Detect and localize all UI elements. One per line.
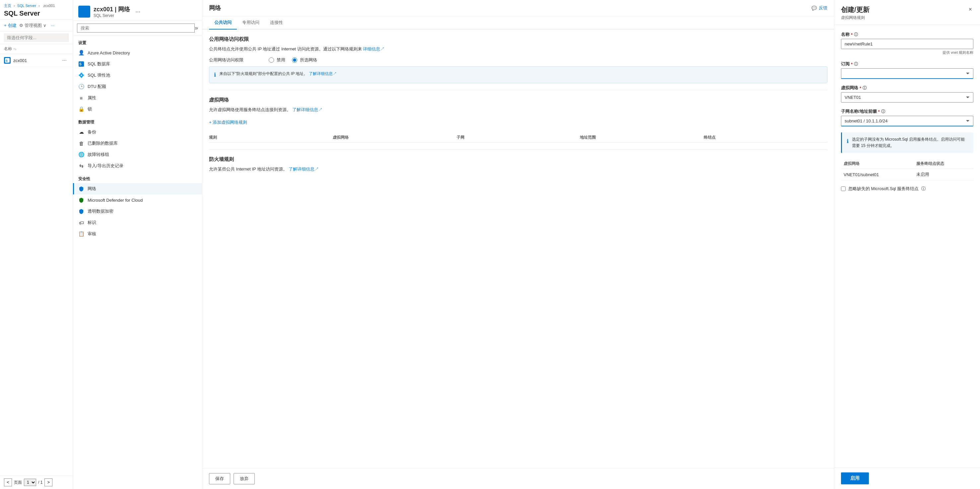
- plus-icon: +: [4, 23, 6, 28]
- next-page-button[interactable]: >: [45, 478, 52, 486]
- sql-db-icon: S: [78, 61, 84, 67]
- firewall-desc: 允许某些公共 Internet IP 地址访问资源。 了解详细信息↗: [209, 166, 827, 172]
- vnet-link[interactable]: 了解详细信息↗: [292, 107, 323, 112]
- form-vnet-group: 虚拟网络 * ⓘ VNET01: [841, 85, 974, 102]
- security-section-title: 安全性: [73, 172, 202, 183]
- public-access-title: 公用网络访问权限: [209, 36, 827, 43]
- nav-item-sql-elastic[interactable]: 💠 SQL 弹性池: [73, 70, 202, 81]
- radio-selected-input[interactable]: [292, 57, 297, 63]
- sql-elastic-icon: 💠: [78, 72, 84, 78]
- main-tabs: 公共访问 专用访问 连接性: [202, 16, 834, 30]
- vnet-status-table: 虚拟网络 服务终结点状态 VNET01/subnet01 未启用: [841, 159, 974, 180]
- nav-item-tde[interactable]: 透明数据加密: [73, 206, 202, 217]
- radio-disabled-input[interactable]: [269, 57, 274, 63]
- info-detail-link[interactable]: 了解详细信息↗: [309, 71, 337, 76]
- middle-search-bar: »: [73, 21, 202, 35]
- left-toolbar: + 创建 ⚙ 管理视图 ∨ ···: [0, 19, 73, 32]
- discard-button[interactable]: 放弃: [234, 473, 255, 484]
- network-panel-icon: [78, 6, 90, 18]
- name-input[interactable]: [841, 39, 974, 49]
- page-label: 页面: [14, 480, 22, 485]
- subscription-select[interactable]: [841, 68, 974, 79]
- feedback-button[interactable]: 💬 反馈: [811, 5, 827, 11]
- nav-label-sql-elastic: SQL 弹性池: [88, 72, 110, 78]
- vnet-info-icon: ⓘ: [862, 85, 867, 91]
- page-select[interactable]: 1: [24, 479, 36, 486]
- radio-disabled[interactable]: 禁用: [269, 57, 285, 63]
- close-button[interactable]: ×: [967, 5, 974, 14]
- subnet-select[interactable]: subnet01 / 10.1.1.0/24: [841, 116, 974, 126]
- public-access-info-box: ℹ 来自以下"防火墙规则"部分中配置的公共 IP 地址。 了解详细信息↗: [209, 66, 827, 83]
- access-label: 公用网络访问权限: [209, 57, 269, 63]
- manage-view-button[interactable]: ⚙ 管理视图 ∨: [19, 22, 46, 29]
- main-content: 网络 💬 反馈 公共访问 专用访问 连接性 公用网络访问权限 公共终结点允许使用…: [202, 0, 834, 489]
- section-divider-2: [209, 149, 827, 150]
- form-subnet-label: 子网名称/地址前缀 * ⓘ: [841, 108, 974, 115]
- nav-item-tag[interactable]: 🏷 标识: [73, 217, 202, 228]
- nav-label-backup: 备份: [88, 129, 96, 135]
- tab-connectivity[interactable]: 连接性: [265, 16, 288, 30]
- tab-public-access[interactable]: 公共访问: [209, 16, 237, 30]
- subscription-info-icon: ⓘ: [854, 61, 858, 67]
- middle-search-input[interactable]: [77, 24, 195, 32]
- resource-icon: S: [4, 57, 11, 64]
- vnet-col-header: 虚拟网络: [841, 159, 914, 169]
- name-required-indicator: *: [851, 32, 853, 37]
- breadcrumb-sql[interactable]: SQL Server: [17, 4, 36, 8]
- nav-label-defender: Microsoft Defender for Cloud: [88, 198, 143, 203]
- nav-item-props[interactable]: ≡ 属性: [73, 92, 202, 104]
- radio-selected[interactable]: 所选网络: [292, 57, 317, 63]
- firewall-link[interactable]: 了解详细信息↗: [289, 167, 319, 172]
- public-access-detail-link[interactable]: 详细信息↗: [363, 46, 385, 51]
- add-vnet-rule-button[interactable]: + 添加虚拟网络规则: [209, 118, 247, 127]
- nav-item-import-export[interactable]: ⇆ 导入/导出历史记录: [73, 160, 202, 172]
- defender-icon: [78, 197, 84, 203]
- nav-item-network[interactable]: 网络: [73, 183, 202, 194]
- import-export-icon: ⇆: [78, 163, 84, 169]
- filter-input[interactable]: [4, 33, 69, 42]
- shield-icon: [81, 8, 88, 15]
- lock-icon: 🔒: [78, 106, 84, 112]
- form-subnet-group: 子网名称/地址前缀 * ⓘ subnet01 / 10.1.1.0/24: [841, 108, 974, 126]
- breadcrumb: 主页 › SQL Server › zcx001: [4, 3, 69, 8]
- ignore-checkbox[interactable]: [841, 186, 846, 191]
- nav-item-sql-db[interactable]: S SQL 数据库: [73, 58, 202, 70]
- sql-server-icon: S: [5, 58, 10, 63]
- middle-more-button[interactable]: ···: [134, 8, 142, 16]
- name-info-icon: ⓘ: [854, 32, 858, 38]
- enable-button[interactable]: 启用: [841, 472, 869, 484]
- main-header: 网络 💬 反馈: [202, 0, 834, 16]
- nav-item-deleted-db[interactable]: 🗑 已删除的数据库: [73, 138, 202, 149]
- nav-label-azure-ad: Azure Active Directory: [88, 51, 130, 56]
- endpoint-col-header: 服务终结点状态: [914, 159, 974, 169]
- save-button[interactable]: 保存: [209, 473, 230, 484]
- create-button[interactable]: + 创建: [4, 22, 17, 29]
- breadcrumb-home[interactable]: 主页: [4, 4, 11, 8]
- page-total: / 1: [38, 480, 43, 485]
- nav-item-backup[interactable]: ☁ 备份: [73, 126, 202, 138]
- prev-page-button[interactable]: <: [4, 478, 12, 486]
- nav-item-azure-ad[interactable]: 👤 Azure Active Directory: [73, 47, 202, 58]
- resource-menu-button[interactable]: ···: [60, 57, 69, 64]
- nav-item-dtu[interactable]: 🕒 DTU 配额: [73, 81, 202, 92]
- nav-item-audit[interactable]: 📋 审核: [73, 228, 202, 239]
- tab-private-access[interactable]: 专用访问: [237, 16, 265, 30]
- name-hint: 提供 vnet 规则名称: [841, 50, 974, 55]
- chevron-down-icon: ∨: [43, 23, 46, 28]
- vnet-select[interactable]: VNET01: [841, 92, 974, 102]
- sort-icon: ↑↓: [13, 47, 17, 51]
- access-control-row: 公用网络访问权限 禁用 所选网络: [209, 57, 827, 63]
- nav-label-dtu: DTU 配额: [88, 84, 106, 89]
- more-options-button[interactable]: ···: [49, 22, 57, 29]
- nav-label-failover: 故障转移组: [88, 151, 109, 158]
- collapse-icon[interactable]: »: [195, 25, 198, 32]
- info-icon: ℹ: [214, 71, 216, 79]
- nav-item-lock[interactable]: 🔒 锁: [73, 104, 202, 115]
- subscription-required-indicator: *: [851, 62, 853, 67]
- nav-item-defender[interactable]: Microsoft Defender for Cloud: [73, 194, 202, 206]
- nav-label-lock: 锁: [88, 106, 92, 112]
- nav-item-failover[interactable]: 🌐 故障转移组: [73, 149, 202, 160]
- col-rule: 规则: [209, 135, 333, 140]
- resource-list: S zcx001 ···: [0, 54, 73, 475]
- list-item[interactable]: S zcx001 ···: [0, 54, 73, 67]
